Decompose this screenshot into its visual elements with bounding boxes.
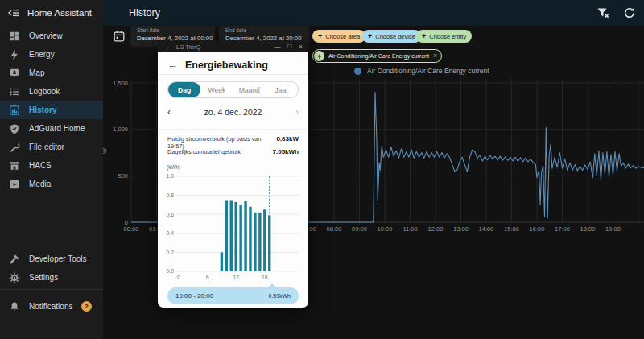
- sidebar-item-map[interactable]: Map: [0, 64, 103, 82]
- back-arrow-icon[interactable]: ←: [167, 59, 178, 71]
- chart-legend[interactable]: Air Conditioning/Air Care Energy current: [354, 67, 489, 75]
- svg-text:10:00: 10:00: [378, 225, 393, 233]
- sidebar-item-label: HACS: [29, 161, 52, 170]
- sidebar-item-label: History: [29, 105, 56, 114]
- divider: [158, 129, 308, 130]
- app-title: Home Assistant: [27, 8, 92, 18]
- choose-area-button[interactable]: + Choose area: [312, 30, 365, 43]
- page-title: History: [129, 7, 160, 19]
- sidebar-item-label: Map: [29, 68, 44, 77]
- gear-icon: [9, 272, 20, 283]
- svg-text:11:00: 11:00: [402, 225, 417, 233]
- sidebar-item-label: AdGuard Home: [29, 124, 85, 133]
- end-date-label: End date: [225, 27, 246, 33]
- chip-remove-icon[interactable]: ×: [433, 52, 437, 60]
- selected-date: zo. 4 dec. 2022: [171, 107, 295, 117]
- plus-icon: +: [422, 32, 426, 40]
- lightning-bolt-icon: [9, 49, 20, 60]
- modal-title: Energiebewaking: [185, 60, 268, 71]
- legend-dot-icon: [354, 68, 361, 75]
- date-navigator: ‹ zo. 4 dec. 2022 ›: [167, 105, 299, 118]
- sidebar-item-adguard[interactable]: AdGuard Home: [0, 119, 103, 138]
- sidebar-item-hacs[interactable]: HACS: [0, 156, 103, 175]
- sidebar-item-label: Overview: [29, 31, 63, 40]
- svg-text:17:00: 17:00: [555, 225, 570, 233]
- tooltip-value: 0.59kWh: [268, 293, 291, 299]
- view-dashboard-icon: [9, 31, 20, 42]
- tab-jaar[interactable]: Jaar: [266, 82, 298, 97]
- svg-text:0.0: 0.0: [167, 268, 175, 274]
- svg-text:08:00: 08:00: [327, 225, 342, 233]
- sidebar-item-overview[interactable]: Overview: [0, 27, 103, 45]
- sidebar-item-developer-tools[interactable]: Developer Tools: [0, 250, 103, 268]
- tab-dag[interactable]: Dag: [168, 82, 200, 97]
- plus-icon: +: [368, 32, 372, 40]
- svg-text:18: 18: [262, 275, 268, 280]
- store-icon: [9, 160, 20, 172]
- sidebar-item-label: File editor: [29, 143, 64, 151]
- sidebar-item-label: Logbook: [29, 87, 60, 96]
- svg-text:18:00: 18:00: [580, 225, 596, 233]
- sidebar-item-file-editor[interactable]: File editor: [0, 138, 103, 156]
- hammer-icon: [9, 254, 20, 265]
- svg-text:00:00: 00:00: [124, 225, 139, 233]
- window-back-icon[interactable]: ←: [164, 43, 171, 51]
- window-title: LG ThinQ: [176, 44, 200, 50]
- sidebar-item-energy[interactable]: Energy: [0, 45, 103, 64]
- current-power-value: 0.63kW: [276, 135, 299, 143]
- svg-text:0.6: 0.6: [167, 212, 175, 217]
- shield-check-icon: [9, 123, 20, 134]
- energy-monitor-panel: ← Energiebewaking Dag Week Maand Jaar ‹ …: [158, 52, 308, 308]
- choose-device-button[interactable]: + Choose device: [362, 30, 421, 43]
- svg-text:12:00: 12:00: [428, 225, 444, 233]
- filter-remove-icon[interactable]: [597, 6, 609, 19]
- notification-badge: 2: [81, 301, 92, 312]
- tooltip-pointer: [268, 283, 276, 287]
- lg-thinq-window: ← LG ThinQ — □ × ← Energiebewaking Dag W…: [158, 41, 308, 308]
- period-tabs: Dag Week Maand Jaar: [167, 81, 299, 98]
- entity-chip-label: Air Conditioning/Air Care Energy current: [328, 53, 429, 59]
- sidebar-item-label: Notifications: [29, 302, 72, 311]
- home-assistant-app: Home Assistant Overview Energy Map: [0, 0, 644, 339]
- divider: [158, 74, 308, 75]
- app-header: History: [103, 0, 644, 26]
- tab-maand[interactable]: Maand: [233, 82, 266, 97]
- svg-text:1,000: 1,000: [113, 126, 128, 133]
- svg-text:12: 12: [233, 275, 239, 280]
- entity-chip[interactable]: Air Conditioning/Air Care Energy current…: [312, 49, 442, 63]
- window-minimize-icon[interactable]: —: [274, 43, 280, 50]
- refresh-icon[interactable]: [623, 6, 636, 19]
- tooltip-range: 19:00 - 20:00: [175, 292, 213, 300]
- window-maximize-icon[interactable]: □: [287, 43, 291, 50]
- start-date-label: Start date: [137, 27, 159, 33]
- sidebar-item-label: Media: [29, 180, 51, 188]
- choose-entity-label: Choose entity: [429, 33, 466, 40]
- sidebar-item-media[interactable]: Media: [0, 175, 103, 193]
- calendar-icon[interactable]: [113, 30, 126, 43]
- choose-area-label: Choose area: [325, 33, 360, 40]
- next-day-icon[interactable]: ›: [295, 106, 299, 118]
- svg-text:14:00: 14:00: [479, 225, 494, 233]
- sidebar-header: Home Assistant: [0, 0, 103, 26]
- hour-tooltip[interactable]: 19:00 - 20:00 0.59kWh: [167, 287, 299, 304]
- legend-label: Air Conditioning/Air Care Energy current: [367, 67, 489, 75]
- cumulative-usage-value: 7.05kWh: [273, 148, 299, 155]
- window-titlebar[interactable]: ← LG ThinQ — □ ×: [158, 41, 308, 52]
- bell-icon: [9, 301, 20, 312]
- sidebar-item-label: Developer Tools: [29, 254, 87, 263]
- sidebar-item-notifications[interactable]: Notifications 2: [0, 297, 103, 316]
- sidebar-item-history[interactable]: History: [0, 101, 103, 119]
- svg-text:0.8: 0.8: [167, 192, 175, 198]
- sidebar-item-logbook[interactable]: Logbook: [0, 82, 103, 101]
- sidebar-divider: [0, 289, 103, 290]
- menu-open-icon[interactable]: [7, 6, 20, 19]
- hourly-usage-bar-chart[interactable]: 0.00.20.40.60.81.0061218: [164, 172, 305, 284]
- choose-entity-button[interactable]: + Choose entity: [416, 30, 472, 43]
- tab-week[interactable]: Week: [200, 82, 233, 97]
- svg-text:1.0: 1.0: [167, 173, 175, 179]
- sidebar-item-label: Settings: [29, 273, 58, 282]
- svg-text:0.4: 0.4: [167, 230, 175, 236]
- svg-text:15:00: 15:00: [504, 225, 519, 233]
- window-close-icon[interactable]: ×: [299, 43, 303, 50]
- sidebar-item-settings[interactable]: Settings: [0, 268, 103, 287]
